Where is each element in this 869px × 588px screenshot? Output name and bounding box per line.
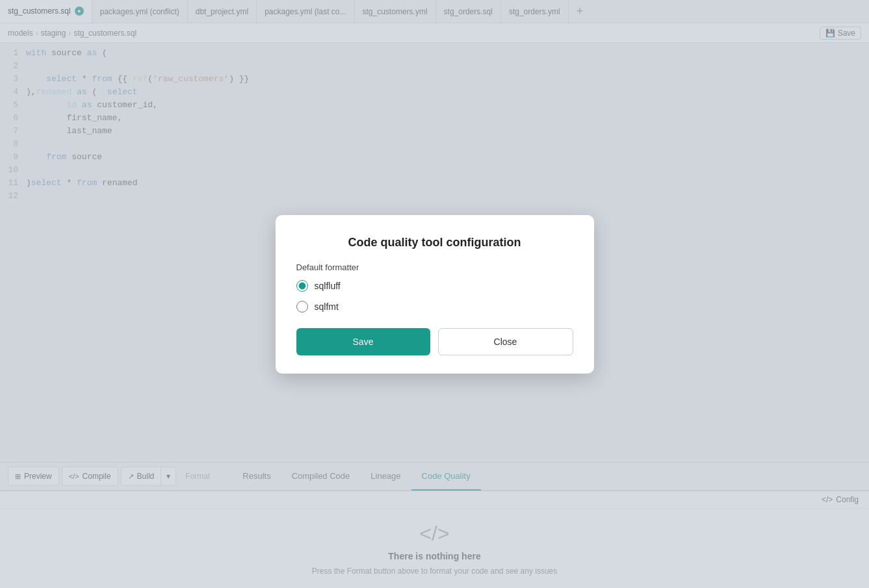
modal-section-label: Default formatter	[296, 262, 573, 272]
modal-save-button[interactable]: Save	[296, 328, 430, 355]
modal-close-button[interactable]: Close	[438, 328, 573, 355]
radio-sqlfmt-label: sqlfmt	[315, 301, 339, 312]
modal-overlay: Code quality tool configuration Default …	[0, 0, 869, 588]
modal-title: Code quality tool configuration	[296, 236, 573, 249]
radio-sqlfmt[interactable]	[296, 301, 308, 313]
modal-buttons: Save Close	[296, 328, 573, 355]
radio-option-sqlfluff[interactable]: sqlfluff	[296, 280, 573, 292]
radio-sqlfluff-label: sqlfluff	[315, 281, 341, 291]
radio-sqlfluff[interactable]	[296, 280, 308, 292]
code-quality-modal: Code quality tool configuration Default …	[276, 215, 594, 374]
radio-option-sqlfmt[interactable]: sqlfmt	[296, 301, 573, 313]
